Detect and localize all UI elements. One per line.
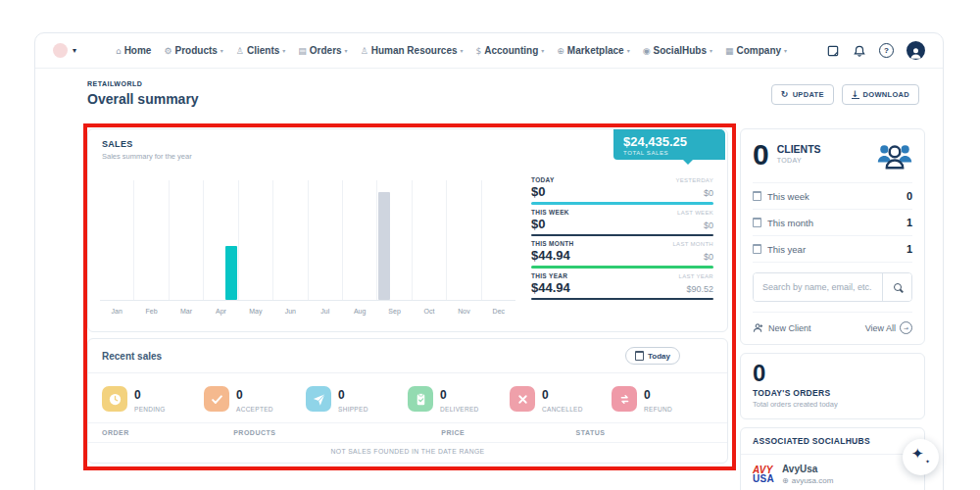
stat-label: TODAY — [531, 176, 555, 183]
clients-row-this-year: This year 1 — [753, 236, 912, 263]
nav-label: Home — [124, 45, 152, 56]
client-search — [753, 272, 912, 302]
sparkle-small-icon: ✦ — [925, 458, 930, 465]
column-header-status: STATUS — [576, 429, 713, 436]
chart-month-slot: Jun — [272, 180, 307, 300]
chart-month-slot: Jan — [100, 180, 133, 300]
nav-item-marketplace[interactable]: ⊕Marketplace▾ — [557, 45, 629, 56]
refresh-icon: ↻ — [781, 91, 789, 98]
status-label: DELIVERED — [440, 406, 479, 413]
assistant-fab[interactable]: ✦ ✦ — [903, 439, 939, 475]
help-icon[interactable]: ? — [879, 43, 894, 58]
nav-item-company[interactable]: ▦Company▾ — [725, 45, 787, 56]
chevron-down-icon: ▾ — [220, 47, 223, 54]
client-search-input[interactable] — [754, 273, 882, 301]
stat-value: $0 — [531, 217, 545, 231]
stat-compare-value: $90.52 — [686, 284, 713, 294]
chart-month-slot: Dec — [481, 180, 515, 300]
sales-card: SALES Sales summary for the year $24,435… — [87, 128, 728, 332]
download-button[interactable]: ↓DOWNLOAD — [842, 84, 919, 105]
row-value: 1 — [906, 217, 912, 228]
socialhub-item[interactable]: AVY USA AvyUsa ⊕avyusa.com — [741, 455, 924, 490]
main-nav: ⌂Home▾ ⚙Products▾ ♙Clients▾ ▤Orders▾ ♙Hu… — [116, 45, 787, 56]
user-avatar[interactable] — [906, 41, 925, 60]
download-icon: ↓ — [852, 91, 859, 99]
nav-item-clients[interactable]: ♙Clients▾ — [236, 45, 285, 56]
topbar-icons: ? — [826, 41, 925, 60]
total-sales-label: TOTAL SALES — [623, 150, 715, 156]
clients-group-icon — [877, 141, 912, 174]
sales-chart: Jan Feb Mar Apr May Jun Jul Aug Sep Oct — [100, 180, 515, 304]
stat-underline — [531, 266, 713, 269]
stat-row-this-year: THIS YEARLAST YEAR $44.94$90.52 — [531, 272, 713, 301]
chevron-down-icon: ▾ — [710, 47, 712, 54]
calendar-icon — [753, 191, 761, 201]
chart-month-slot: Sep — [376, 180, 411, 300]
chevron-down-icon: ▾ — [627, 47, 630, 54]
nav-item-socialhubs[interactable]: ◉SocialHubs▾ — [643, 45, 712, 56]
clients-today-count: 0 — [753, 141, 769, 169]
marketplace-icon: ⊕ — [557, 46, 564, 56]
socialhubs-icon: ◉ — [643, 46, 651, 56]
nav-label: Clients — [247, 45, 279, 56]
status-label: SHIPPED — [338, 406, 368, 413]
calendar-icon — [753, 218, 761, 227]
status-tile-cancelled: 0CANCELLED — [510, 385, 612, 413]
clients-row-this-month: This month 1 — [753, 210, 912, 236]
stat-label: THIS MONTH — [531, 240, 573, 247]
shipped-plane-icon — [306, 386, 331, 412]
header-actions: ↻UPDATE ↓DOWNLOAD — [771, 84, 919, 105]
column-header-products: PRODUCTS — [233, 429, 441, 436]
nav-item-home[interactable]: ⌂Home▾ — [116, 45, 152, 56]
chart-month-slot: Aug — [342, 180, 376, 300]
stat-row-this-month: THIS MONTHLAST MONTH $44.94$0 — [531, 240, 713, 269]
status-label: CANCELLED — [542, 406, 583, 413]
nav-label: Company — [737, 45, 782, 56]
todays-orders-card: 0 TODAY'S ORDERS Total orders created to… — [740, 353, 925, 419]
update-button[interactable]: ↻UPDATE — [771, 84, 834, 105]
clients-card: 0 CLIENTS TODAY — [740, 128, 925, 345]
nav-item-human-resources[interactable]: ♙Human Resources▾ — [361, 45, 464, 56]
status-label: PENDING — [134, 406, 166, 413]
order-status-tiles: 0PENDING 0ACCEPTED 0SHIPPE — [88, 373, 727, 422]
new-client-link[interactable]: New Client — [753, 322, 811, 333]
chart-month-slot: Jul — [308, 180, 342, 300]
page-title: Overall summary — [87, 91, 199, 107]
month-tick: Apr — [216, 308, 226, 315]
clients-title: CLIENTS — [777, 143, 821, 155]
workspace-switcher[interactable]: ▾ — [53, 43, 76, 58]
nav-item-products[interactable]: ⚙Products▾ — [164, 45, 222, 56]
status-count: 0 — [440, 388, 447, 402]
row-value: 0 — [906, 190, 912, 202]
socialhub-domain: avyusa.com — [792, 476, 834, 485]
workspace-logo — [53, 43, 68, 58]
status-count: 0 — [338, 388, 345, 402]
view-all-link[interactable]: View All → — [865, 321, 912, 334]
status-count: 0 — [644, 388, 651, 402]
notifications-bell-icon[interactable] — [853, 44, 866, 58]
today-filter-button[interactable]: Today — [625, 347, 680, 365]
stat-underline — [531, 202, 713, 205]
nav-item-orders[interactable]: ▤Orders▾ — [298, 45, 347, 56]
todays-orders-subtitle: Total orders created today — [753, 400, 912, 409]
stat-value: $44.94 — [531, 280, 570, 295]
socialhub-name: AvyUsa — [782, 464, 833, 474]
status-tile-pending: 0PENDING — [102, 385, 204, 413]
nav-label: Marketplace — [567, 45, 624, 56]
chevron-down-icon: ▾ — [541, 47, 544, 54]
chart-bar-sep — [378, 192, 390, 300]
notes-icon[interactable] — [826, 44, 840, 58]
stat-row-this-week: THIS WEEKLAST WEEK $0$0 — [531, 209, 713, 237]
globe-icon: ⊕ — [782, 476, 789, 485]
search-button[interactable] — [882, 273, 911, 301]
nav-label: SocialHubs — [654, 45, 707, 56]
month-tick: Feb — [146, 308, 158, 315]
nav-item-accounting[interactable]: $Accounting▾ — [476, 45, 545, 56]
avyusa-logo: AVY USA — [753, 466, 774, 483]
brand-label: RETAILWORLD — [87, 80, 199, 87]
recent-sales-card: Recent sales Today 0PENDING — [87, 338, 728, 464]
chevron-down-icon: ▾ — [784, 47, 787, 54]
status-count: 0 — [542, 388, 549, 402]
content-area: SALES Sales summary for the year $24,435… — [35, 113, 943, 490]
todays-orders-title: TODAY'S ORDERS — [753, 388, 912, 398]
